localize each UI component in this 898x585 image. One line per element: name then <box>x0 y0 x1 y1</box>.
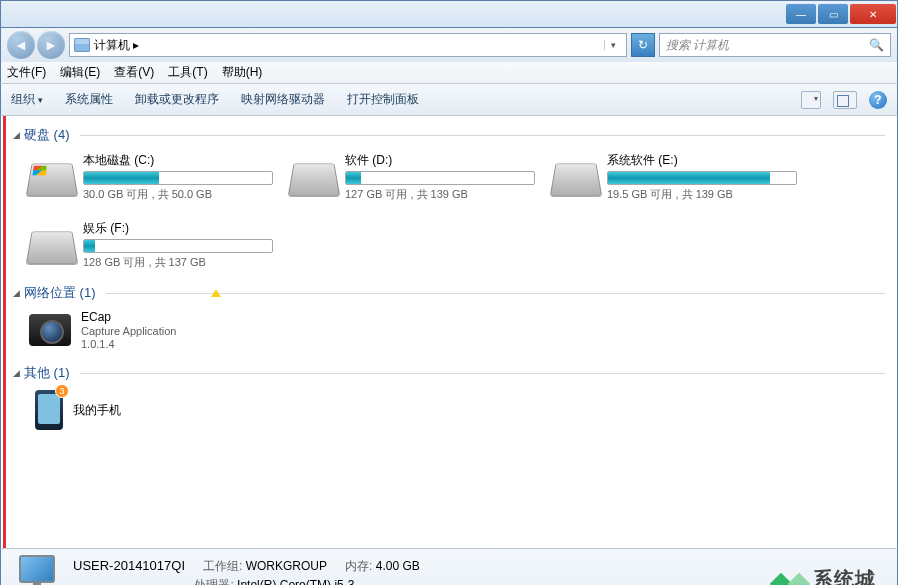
menu-help[interactable]: 帮助(H) <box>222 64 263 81</box>
warning-icon <box>211 289 221 297</box>
net-item-name: ECap <box>81 310 176 324</box>
menu-bar: 文件(F) 编辑(E) 查看(V) 工具(T) 帮助(H) <box>0 62 898 84</box>
back-button[interactable]: ◄ <box>7 31 35 59</box>
drive-item[interactable]: 娱乐 (F:)128 GB 可用 , 共 137 GB <box>29 220 279 270</box>
control-panel-button[interactable]: 打开控制面板 <box>347 91 419 108</box>
other-item-phone[interactable]: 3 我的手机 <box>1 384 897 442</box>
collapse-icon: ◢ <box>13 130 20 140</box>
map-drive-button[interactable]: 映射网络驱动器 <box>241 91 325 108</box>
drive-name: 软件 (D:) <box>345 152 541 169</box>
organize-button[interactable]: 组织 <box>11 91 43 108</box>
group-label: 其他 (1) <box>24 364 70 382</box>
search-icon[interactable]: 🔍 <box>869 38 884 52</box>
cpu-label: 处理器: <box>194 578 233 585</box>
other-item-name: 我的手机 <box>73 402 121 419</box>
menu-edit[interactable]: 编辑(E) <box>60 64 100 81</box>
computer-large-icon <box>13 555 61 585</box>
minimize-button[interactable]: — <box>786 4 816 24</box>
address-path: 计算机 ▸ <box>94 37 139 54</box>
group-header-network[interactable]: ◢ 网络位置 (1) <box>1 282 897 304</box>
view-layout-button[interactable] <box>801 91 821 109</box>
system-properties-button[interactable]: 系统属性 <box>65 91 113 108</box>
command-toolbar: 组织 系统属性 卸载或更改程序 映射网络驱动器 打开控制面板 ? <box>0 84 898 116</box>
drive-stat: 30.0 GB 可用 , 共 50.0 GB <box>83 187 279 202</box>
forward-button[interactable]: ► <box>37 31 65 59</box>
drive-icon <box>26 232 79 265</box>
menu-view[interactable]: 查看(V) <box>114 64 154 81</box>
net-item-desc: Capture Application <box>81 325 176 337</box>
usage-bar <box>607 171 797 185</box>
drive-stat: 127 GB 可用 , 共 139 GB <box>345 187 541 202</box>
drive-stat: 19.5 GB 可用 , 共 139 GB <box>607 187 803 202</box>
preview-pane-button[interactable] <box>833 91 857 109</box>
details-pane: USER-20141017QI 工作组: WORKGROUP 内存: 4.00 … <box>0 548 898 585</box>
window-titlebar: — ▭ ✕ <box>0 0 898 28</box>
group-label: 硬盘 (4) <box>24 126 70 144</box>
drive-icon <box>550 164 603 197</box>
uninstall-button[interactable]: 卸载或更改程序 <box>135 91 219 108</box>
notification-badge: 3 <box>55 384 69 398</box>
address-dropdown[interactable]: ▾ <box>604 40 622 50</box>
memory-value: 4.00 GB <box>376 559 420 573</box>
group-header-hdd[interactable]: ◢ 硬盘 (4) <box>1 124 897 146</box>
search-input[interactable]: 搜索 计算机 🔍 <box>659 33 891 57</box>
network-item-ecap[interactable]: ECap Capture Application 1.0.1.4 <box>1 304 897 362</box>
computer-icon <box>74 38 90 52</box>
drive-icon <box>26 164 79 197</box>
watermark-title: 系统城 <box>813 569 889 585</box>
refresh-button[interactable]: ↻ <box>631 33 655 57</box>
address-bar[interactable]: 计算机 ▸ ▾ <box>69 33 627 57</box>
group-header-other[interactable]: ◢ 其他 (1) <box>1 362 897 384</box>
usage-bar <box>83 239 273 253</box>
usage-bar <box>83 171 273 185</box>
phone-icon: 3 <box>35 390 63 430</box>
maximize-button[interactable]: ▭ <box>818 4 848 24</box>
camera-icon <box>29 314 71 346</box>
content-pane: ◢ 硬盘 (4) 本地磁盘 (C:)30.0 GB 可用 , 共 50.0 GB… <box>0 116 898 548</box>
collapse-icon: ◢ <box>13 368 20 378</box>
collapse-icon: ◢ <box>13 288 20 298</box>
drive-item[interactable]: 软件 (D:)127 GB 可用 , 共 139 GB <box>291 152 541 202</box>
drive-item[interactable]: 系统软件 (E:)19.5 GB 可用 , 共 139 GB <box>553 152 803 202</box>
workgroup-label: 工作组: <box>203 559 242 573</box>
group-label: 网络位置 (1) <box>24 284 96 302</box>
help-button[interactable]: ? <box>869 91 887 109</box>
net-item-version: 1.0.1.4 <box>81 338 176 350</box>
drive-name: 本地磁盘 (C:) <box>83 152 279 169</box>
usage-bar <box>345 171 535 185</box>
watermark: 系统城 xitongcheng.com <box>773 567 889 585</box>
drive-name: 娱乐 (F:) <box>83 220 279 237</box>
drive-stat: 128 GB 可用 , 共 137 GB <box>83 255 279 270</box>
search-placeholder: 搜索 计算机 <box>666 37 729 54</box>
workgroup-value: WORKGROUP <box>246 559 327 573</box>
watermark-logo-icon <box>773 567 807 585</box>
menu-file[interactable]: 文件(F) <box>7 64 46 81</box>
drive-item[interactable]: 本地磁盘 (C:)30.0 GB 可用 , 共 50.0 GB <box>29 152 279 202</box>
computer-name: USER-20141017QI <box>73 558 185 575</box>
cpu-value: Intel(R) Core(TM) i5-3... <box>237 578 364 585</box>
drive-icon <box>288 164 341 197</box>
drive-name: 系统软件 (E:) <box>607 152 803 169</box>
memory-label: 内存: <box>345 559 372 573</box>
menu-tools[interactable]: 工具(T) <box>168 64 207 81</box>
close-button[interactable]: ✕ <box>850 4 896 24</box>
navigation-bar: ◄ ► 计算机 ▸ ▾ ↻ 搜索 计算机 🔍 <box>0 28 898 62</box>
annotation-highlight <box>3 116 6 548</box>
